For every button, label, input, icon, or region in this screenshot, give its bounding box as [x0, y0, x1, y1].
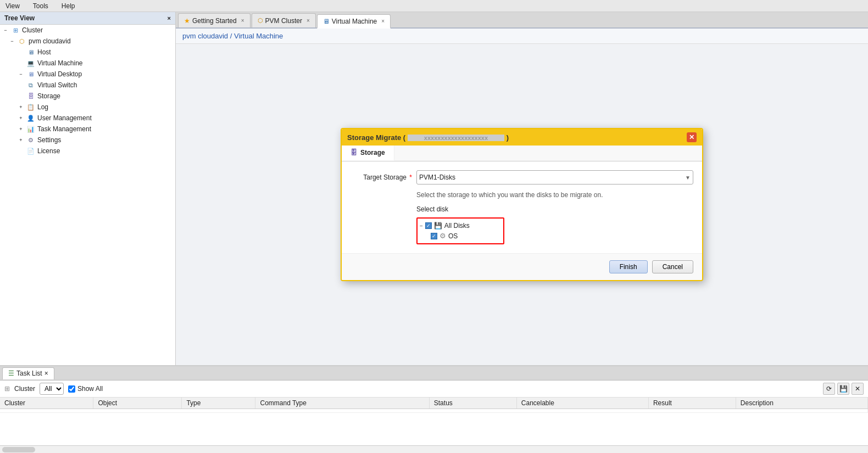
sidebar-item-pvm-cloudavid[interactable]: − ⬡ pvm cloudavid: [0, 36, 175, 47]
sidebar-item-user-management[interactable]: + 👤 User Management: [0, 113, 175, 124]
task-table-scroll[interactable]: Cluster Object Type Command Type Status …: [0, 398, 868, 445]
required-star: *: [409, 174, 412, 181]
filter-icon: ⊞: [4, 385, 10, 393]
show-all-label: Show All: [77, 385, 103, 393]
bottom-toolbar: ⊞ Cluster All Show All ⟳ 💾 ✕: [0, 381, 868, 398]
pvm-cluster-label: PVM Cluster: [265, 17, 302, 25]
tab-task-list[interactable]: ☰ Task List ×: [2, 367, 54, 379]
all-disks-checkbox[interactable]: ✓: [425, 222, 432, 229]
menu-view[interactable]: View: [2, 1, 23, 11]
pvm-cluster-close[interactable]: ×: [307, 18, 310, 24]
storage-expand-placeholder: [18, 93, 24, 99]
task-table: Cluster Object Type Command Type Status …: [0, 398, 868, 413]
dialog-close-button[interactable]: ✕: [687, 132, 697, 142]
cluster-expand-icon[interactable]: −: [2, 27, 9, 33]
vswitch-icon: ⧉: [26, 81, 35, 90]
toolbar-icon-close[interactable]: ✕: [852, 383, 864, 395]
settings-icon: ⚙: [26, 136, 35, 144]
scrollbar-thumb[interactable]: [2, 447, 35, 452]
hint-text: Select the storage to which you want the…: [416, 191, 693, 199]
target-storage-select[interactable]: PVM1-Disks ▼: [416, 170, 693, 184]
sidebar-item-log[interactable]: + 📋 Log: [0, 102, 175, 113]
dialog-storage-tab-icon: 🗄: [350, 149, 357, 156]
col-type: Type: [182, 398, 255, 409]
horizontal-scrollbar[interactable]: [0, 445, 868, 453]
sidebar-item-task-management[interactable]: + 📊 Task Management: [0, 124, 175, 135]
filter-label: Cluster: [14, 385, 35, 393]
toolbar-icon-save[interactable]: 💾: [837, 383, 849, 395]
task-expand-icon[interactable]: +: [18, 126, 24, 132]
sidebar-item-virtual-switch[interactable]: ⧉ Virtual Switch: [0, 80, 175, 91]
vdesktop-label: Virtual Desktop: [37, 70, 82, 78]
all-disks-expand-icon[interactable]: −: [420, 223, 423, 229]
getting-started-label: Getting Started: [192, 17, 237, 25]
breadcrumb-cluster[interactable]: pvm cloudavid: [182, 32, 228, 40]
storage-icon: 🗄: [26, 92, 35, 100]
col-cluster: Cluster: [0, 398, 93, 409]
sidebar-item-license[interactable]: 📄 License: [0, 146, 175, 156]
disk-tree: − ✓ 💾 All Disks ✓ ⚙ OS: [416, 217, 504, 244]
vdesktop-expand-icon[interactable]: −: [18, 71, 24, 77]
sidebar-item-settings[interactable]: + ⚙ Settings: [0, 135, 175, 146]
col-status: Status: [429, 398, 516, 409]
cluster-filter-select[interactable]: All: [40, 383, 64, 395]
tab-getting-started[interactable]: ★ Getting Started ×: [178, 13, 251, 27]
show-all-checkbox[interactable]: [68, 385, 75, 393]
col-result: Result: [648, 398, 736, 409]
menu-help[interactable]: Help: [58, 1, 79, 11]
target-storage-label: Target Storage *: [350, 174, 416, 181]
dialog-storage-tab-label: Storage: [360, 149, 385, 156]
tab-pvm-cluster[interactable]: ⬡ PVM Cluster ×: [252, 13, 316, 27]
pvm-expand-icon[interactable]: −: [9, 38, 15, 44]
sidebar-item-virtual-machine[interactable]: 💻 Virtual Machine: [0, 58, 175, 69]
cluster-label: Cluster: [22, 26, 43, 34]
col-object: Object: [93, 398, 182, 409]
toolbar-icon-refresh[interactable]: ⟳: [823, 383, 835, 395]
dialog-tab-storage[interactable]: 🗄 Storage: [342, 146, 394, 161]
host-expand-placeholder: [18, 49, 24, 55]
vdesktop-icon: 🖥: [26, 70, 35, 79]
log-label: Log: [37, 103, 48, 111]
settings-expand-icon[interactable]: +: [18, 137, 24, 143]
dialog-body: Target Storage * PVM1-Disks ▼: [342, 161, 702, 253]
main-content: Storage Migrate ( xxxxxxxxxxxxxxxxxxx ) …: [176, 44, 868, 365]
pvm-cluster-icon: ⬡: [18, 37, 26, 46]
task-icon: 📊: [26, 125, 35, 133]
os-disk-item[interactable]: ✓ ⚙ OS: [420, 231, 501, 241]
pvm-cloudavid-label: pvm cloudavid: [29, 37, 71, 45]
os-disk-icon: ⚙: [439, 232, 446, 240]
tab-virtual-machine[interactable]: 🖥 Virtual Machine ×: [317, 14, 391, 29]
host-icon: 🖥: [26, 48, 35, 57]
all-disks-label: All Disks: [444, 222, 470, 230]
sidebar-item-virtual-desktop[interactable]: − 🖥 Virtual Desktop: [0, 69, 175, 80]
selected-storage-value: PVM1-Disks: [419, 174, 455, 181]
tab-bar: ★ Getting Started × ⬡ PVM Cluster × 🖥 Vi…: [176, 12, 868, 29]
cluster-icon: ⊞: [11, 26, 20, 35]
modal-overlay: Storage Migrate ( xxxxxxxxxxxxxxxxxxx ) …: [176, 44, 868, 365]
sidebar-item-cluster[interactable]: − ⊞ Cluster: [0, 25, 175, 36]
license-label: License: [37, 147, 60, 155]
bottom-panel: ☰ Task List × ⊞ Cluster All Show All ⟳ 💾…: [0, 365, 868, 453]
getting-started-close[interactable]: ×: [241, 18, 244, 24]
log-expand-icon[interactable]: +: [18, 104, 24, 110]
os-disk-checkbox[interactable]: ✓: [431, 233, 437, 239]
dialog-titlebar: Storage Migrate ( xxxxxxxxxxxxxxxxxxx ) …: [342, 129, 702, 146]
col-description: Description: [736, 398, 867, 409]
sidebar-item-host[interactable]: 🖥 Host: [0, 47, 175, 58]
vm-tab-close[interactable]: ×: [381, 18, 385, 24]
select-arrow-icon: ▼: [685, 175, 691, 181]
user-expand-icon[interactable]: +: [18, 115, 24, 121]
table-row-empty: [0, 409, 868, 413]
cancel-button[interactable]: Cancel: [652, 260, 693, 273]
all-disks-item[interactable]: − ✓ 💾 All Disks: [420, 221, 501, 231]
storage-label: Storage: [37, 92, 60, 100]
task-list-tab-label: Task List: [16, 370, 42, 377]
vswitch-expand-placeholder: [18, 82, 24, 88]
task-list-close[interactable]: ×: [44, 370, 48, 377]
sidebar-item-storage[interactable]: 🗄 Storage: [0, 91, 175, 102]
license-expand-placeholder: [18, 148, 24, 154]
breadcrumb: pvm cloudavid / Virtual Machine: [176, 29, 868, 44]
sidebar-close-button[interactable]: ×: [168, 15, 171, 21]
menu-tools[interactable]: Tools: [30, 1, 52, 11]
finish-button[interactable]: Finish: [609, 260, 648, 273]
